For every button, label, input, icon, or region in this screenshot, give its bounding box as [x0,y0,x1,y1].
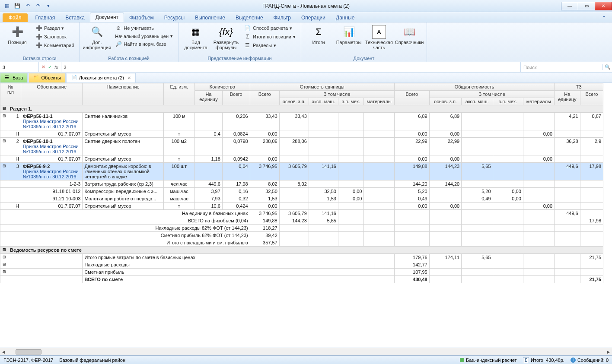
nachur-button[interactable]: Начальный уровень цен ▾ [113,33,175,39]
resource-row[interactable]: 91.21.10-003Молотки при работе от передв… [0,195,603,203]
cell[interactable]: 3 605,79 [279,163,309,180]
scroll-left-icon[interactable]: ◄ [0,349,7,355]
cell[interactable]: 0,04 [222,163,250,180]
tab-objects[interactable]: 📁Объекты [29,73,65,82]
cell[interactable] [580,239,603,247]
cell[interactable]: 449,6 [195,180,223,188]
cell[interactable] [279,195,309,203]
cell[interactable] [462,203,493,210]
cell[interactable] [309,138,338,155]
cell[interactable]: 6,89 [429,113,461,130]
fx-icon[interactable]: fx [54,65,58,70]
th-stoimed[interactable]: Стоимость единицы [250,83,394,91]
cell[interactable] [493,254,523,261]
cell[interactable] [338,163,364,180]
th-npp[interactable]: № п.п [0,83,21,105]
th-osnov2[interactable]: основ. з.п. [429,98,461,105]
status-itogo[interactable]: ΣИтого: 430,48р. [523,357,564,363]
cell[interactable]: 0,00 [394,203,429,210]
cell[interactable] [555,130,580,138]
razdely-button[interactable]: ☰Разделы ▾ [242,41,297,49]
th-mat2[interactable]: материалы [523,98,554,105]
cell[interactable] [580,269,603,276]
th-eksp2[interactable]: эксп. маш. [462,98,493,105]
cell[interactable] [580,225,603,232]
cell[interactable] [279,225,309,232]
cell[interactable]: 0,00 [394,130,429,138]
cell[interactable] [462,225,493,232]
komment-button[interactable]: ➕Комментарий [34,41,76,49]
cell[interactable] [493,138,523,155]
cell[interactable]: 144,23 [279,217,309,225]
cell[interactable] [364,130,394,138]
cell[interactable]: 3 605,79 [279,210,309,217]
cell[interactable]: 1,18 [195,155,223,163]
cell[interactable] [364,239,394,247]
cell[interactable]: 0,0798 [222,138,250,155]
cell[interactable]: 3 746,95 [250,210,279,217]
cell[interactable]: 8,02 [279,180,309,188]
cell[interactable] [580,180,603,188]
cell[interactable] [429,232,461,239]
cell[interactable] [523,232,554,239]
cell[interactable]: 0,49 [394,195,429,203]
cell[interactable] [309,225,338,232]
cell[interactable] [394,225,429,232]
cell[interactable] [555,180,580,188]
cell[interactable] [462,239,493,247]
cell[interactable] [493,225,523,232]
total-row[interactable]: ⊞ Накладные расходы 142,77 [0,261,603,269]
cell[interactable] [364,163,394,180]
cell[interactable] [394,210,429,217]
th-tz-ed[interactable]: На единицу [555,91,580,105]
position-row[interactable]: ⊞1 ФЕРр56-11-1Приказ Минстроя России №10… [0,113,603,130]
cell[interactable] [394,232,429,239]
cell[interactable] [364,155,394,163]
cell[interactable] [364,195,394,203]
cell[interactable] [493,239,523,247]
cell[interactable] [523,138,554,155]
tab-execution[interactable]: Выполнение [190,13,230,22]
cell[interactable] [493,163,523,180]
th-osnov[interactable]: основ. з.п. [279,98,309,105]
cell[interactable]: 149,88 [394,163,429,180]
cell[interactable]: 0,00 [394,155,429,163]
cell[interactable] [364,180,394,188]
cell[interactable] [338,239,364,247]
cell[interactable] [309,155,338,163]
scroll-right-icon[interactable]: ► [605,349,612,355]
cell[interactable] [523,225,554,232]
cell[interactable] [462,210,493,217]
summary-row[interactable]: Сметная прибыль 62% ФОТ (от 144,23) 89,4… [0,232,603,239]
cell[interactable] [523,254,554,261]
cell[interactable] [429,239,461,247]
cell[interactable] [580,261,603,269]
th-mat[interactable]: материалы [364,98,394,105]
cell[interactable]: 33,43 [279,113,309,130]
cell[interactable]: 149,88 [250,217,279,225]
cell-reference[interactable]: 3 [0,62,39,72]
cell[interactable]: 0,00 [523,155,554,163]
cell[interactable]: 449,6 [555,163,580,180]
cell[interactable] [279,239,309,247]
cell[interactable] [493,113,523,130]
cell[interactable] [195,138,223,155]
cell[interactable] [493,276,523,283]
th-se-vsego[interactable]: Всего [250,91,279,105]
cell[interactable]: 357,57 [250,239,279,247]
cell[interactable]: 0,49 [462,195,493,203]
tab-selection[interactable]: Выделение [230,13,268,22]
razdel-button[interactable]: ➕Раздел ▾ [34,24,76,32]
cell[interactable]: 3 746,95 [250,163,279,180]
cell[interactable] [279,130,309,138]
viddoc-button[interactable]: ▦ Вид документа [182,24,210,51]
cell[interactable]: 32,50 [250,188,279,195]
cell[interactable]: 2,9 [580,138,603,155]
cell[interactable] [462,269,493,276]
cell[interactable]: 5,65 [309,217,338,225]
cell[interactable] [309,113,338,130]
th-zpmeh[interactable]: з.п. мех. [338,98,364,105]
cell[interactable]: 0,00 [429,203,461,210]
cell[interactable] [429,225,461,232]
grid[interactable]: № п.п Обоснование Наименование Ед. изм. … [0,83,612,348]
